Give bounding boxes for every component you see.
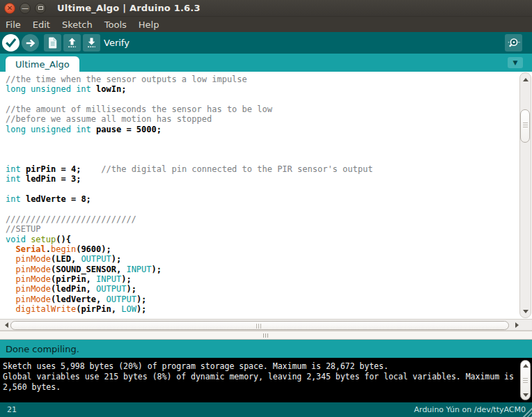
status-bar: Done compiling.: [0, 340, 532, 358]
code-line: pinMode(ledPin, OUTPUT);: [6, 284, 373, 294]
new-sketch-button[interactable]: [44, 34, 61, 52]
console-line: Global variables use 215 bytes (8%) of d…: [3, 372, 518, 382]
code-area[interactable]: //the time when the sensor outputs a low…: [6, 74, 373, 314]
code-line: [6, 134, 373, 144]
code-line: int pirPin = 4; //the digital pin connec…: [6, 164, 373, 174]
serial-monitor-button[interactable]: [505, 34, 522, 52]
code-line: long unsigned int pause = 5000;: [6, 125, 373, 134]
editor-horizontal-scrollbar[interactable]: [0, 319, 532, 331]
scroll-up-icon[interactable]: [521, 361, 530, 370]
magnifier-icon: [506, 36, 522, 51]
scroll-down-icon[interactable]: [521, 391, 530, 399]
code-line: //before we assume all motion has stoppe…: [6, 114, 373, 124]
code-line: pinMode(ledVerte, OUTPUT);: [6, 294, 373, 304]
code-line: [6, 155, 373, 164]
close-icon: ✕: [7, 5, 13, 12]
console-output: Sketch uses 5,998 bytes (20%) of program…: [0, 358, 532, 402]
console-scroll-grip: [523, 380, 528, 381]
code-line: //////////////////////////: [6, 214, 373, 224]
code-line: //the time when the sensor outputs a low…: [6, 74, 373, 84]
toolbar-hover-label: Verify: [104, 32, 130, 54]
code-line: //the amount of milliseconds the sensor …: [6, 104, 373, 114]
toolbar: Verify: [0, 32, 532, 54]
tab-ultime-algo[interactable]: Ultime_Algo: [6, 56, 79, 72]
new-document-icon: [45, 36, 60, 50]
tab-bar: Ultime_Algo ▼: [0, 54, 532, 72]
maximize-icon: [38, 6, 43, 10]
right-arrow-icon: [24, 36, 38, 50]
menu-help[interactable]: Help: [139, 19, 159, 30]
chevron-down-icon: ▼: [513, 60, 518, 66]
console-line: Sketch uses 5,998 bytes (20%) of program…: [3, 361, 518, 372]
current-line-number: 21: [7, 405, 17, 414]
code-line: pinMode(LED, OUTPUT);: [6, 254, 373, 264]
arduino-ide-window: ✕ — Ultime_Algo | Arduino 1.6.3 File Edi…: [0, 0, 532, 417]
tab-menu-button[interactable]: ▼: [508, 57, 523, 68]
code-line: long unsigned int lowIn;: [6, 84, 373, 94]
code-editor[interactable]: //the time when the sensor outputs a low…: [0, 72, 532, 319]
pane-divider[interactable]: [0, 331, 532, 340]
verify-button[interactable]: [2, 34, 19, 52]
menu-sketch[interactable]: Sketch: [62, 19, 93, 30]
code-line: [6, 144, 373, 154]
code-line: pinMode(pirPin, INPUT);: [6, 274, 373, 284]
code-line: void setup(){: [6, 235, 373, 244]
status-message: Done compiling.: [6, 344, 79, 354]
code-line: //SETUP: [6, 224, 373, 234]
window-title: Ultime_Algo | Arduino 1.6.3: [57, 3, 201, 13]
console-scrollbar[interactable]: [520, 360, 531, 400]
minimize-icon: —: [22, 5, 29, 12]
code-line: [6, 184, 373, 194]
minimize-button[interactable]: —: [19, 3, 31, 14]
tab-label: Ultime_Algo: [15, 59, 70, 70]
upload-button[interactable]: [22, 34, 39, 52]
vertical-scroll-thumb[interactable]: [520, 109, 530, 143]
open-sketch-button[interactable]: [63, 34, 81, 52]
menu-edit[interactable]: Edit: [33, 19, 50, 30]
code-line: int ledPin = 3;: [6, 174, 373, 184]
code-line: Serial.begin(9600);: [6, 244, 373, 254]
title-bar[interactable]: ✕ — Ultime_Algo | Arduino 1.6.3: [0, 0, 532, 17]
menu-tools[interactable]: Tools: [104, 19, 127, 30]
code-line: int ledVerte = 8;: [6, 194, 373, 204]
menu-bar: File Edit Sketch Tools Help: [0, 17, 532, 32]
menu-file[interactable]: File: [6, 19, 21, 30]
scroll-down-icon[interactable]: [520, 306, 531, 316]
up-arrow-icon: [65, 36, 79, 50]
scroll-right-icon[interactable]: [513, 320, 522, 329]
scroll-up-icon[interactable]: [520, 74, 531, 84]
board-port-info: Arduino Yún on /dev/ttyACM0: [414, 405, 526, 414]
down-arrow-icon: [84, 36, 99, 50]
code-line: [6, 95, 373, 104]
close-button[interactable]: ✕: [4, 3, 15, 14]
code-line: pinMode(SOUND_SENSOR, INPUT);: [6, 265, 373, 274]
divider-grip: [265, 333, 266, 338]
editor-vertical-scrollbar[interactable]: [519, 72, 531, 318]
horizontal-scroll-thumb[interactable]: [10, 321, 509, 330]
code-line: digitalWrite(pirPin, LOW);: [6, 304, 373, 314]
console-line: 2,560 bytes.: [3, 382, 518, 393]
maximize-button[interactable]: [35, 3, 46, 14]
footer-status-bar: 21 Arduino Yún on /dev/ttyACM0: [0, 402, 532, 417]
save-sketch-button[interactable]: [83, 34, 100, 52]
code-line: [6, 204, 373, 214]
check-icon: [3, 36, 18, 50]
